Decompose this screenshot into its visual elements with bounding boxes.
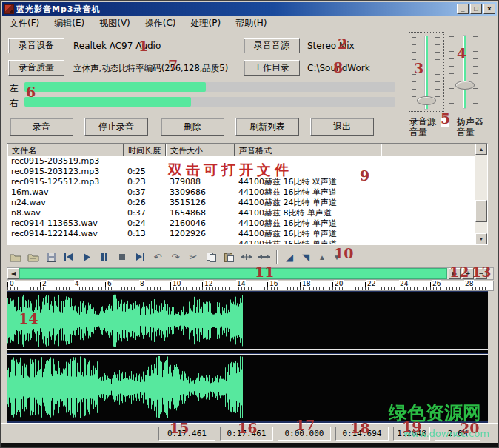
bottom-edge [1, 443, 499, 448]
meter-left [24, 82, 395, 92]
menu-operate[interactable]: 操作(C) [138, 16, 184, 31]
annotation-4: 4 [457, 45, 466, 61]
record-quality-value: 立体声,动态比特率编码(256,128,品质5) [73, 63, 228, 74]
record-button[interactable]: 录音 [10, 118, 73, 136]
fade-out-icon[interactable]: ◥ [298, 250, 313, 264]
annotation-2: 2 [338, 36, 347, 52]
annotation-3: 3 [414, 60, 423, 76]
slider-ticks [473, 36, 478, 107]
record-volume-thumb[interactable] [417, 96, 436, 105]
time-ruler: 0 2 4 6 8 10 12 14 16 18 20 22 24 26 28 [7, 281, 494, 291]
annotation-1: 1 [138, 38, 148, 54]
volume-up-icon[interactable]: ▲ [315, 250, 329, 264]
menu-bar: 文件(F) 编辑(E) 视图(V) 操作(C) 处理(P) 帮助(H) [2, 16, 497, 31]
file-row[interactable]: rec0914-122144.wav0:13 120292644100赫兹 16… [7, 229, 487, 239]
edit-toolbar: ↶ ↷ ✂ ◢ ◥ ▲ ▼ [1, 248, 499, 267]
annotation-10: 10 [334, 245, 353, 261]
speaker-volume-thumb[interactable] [455, 81, 475, 90]
open-file-icon[interactable] [8, 250, 23, 264]
menu-help[interactable]: 帮助(H) [228, 16, 274, 31]
column-header-format[interactable]: 声音格式 [235, 144, 381, 156]
record-device-button[interactable]: 录音设备 [8, 38, 64, 53]
open-folder-icon[interactable] [26, 250, 41, 264]
speaker-volume-slider[interactable] [448, 32, 480, 112]
undo-icon[interactable]: ↶ [150, 250, 165, 264]
annotation-12: 12 [449, 264, 469, 280]
column-header-length[interactable]: 时间长度 [124, 144, 166, 156]
play-icon[interactable] [79, 250, 94, 264]
zoom-in-h-icon[interactable] [239, 250, 254, 264]
file-row[interactable]: 16m.wav0:37 330968644100赫兹 16比特 单声道 [7, 187, 487, 198]
maximize-button[interactable]: □ [470, 4, 482, 14]
annotation-7: 7 [168, 57, 178, 73]
waveform-left-channel[interactable] [7, 292, 488, 349]
stop-icon[interactable] [115, 250, 130, 264]
annotation-6: 6 [26, 84, 36, 100]
zoom-out-h-icon[interactable] [257, 250, 272, 264]
save-icon[interactable] [44, 250, 58, 264]
file-list-scrollbar[interactable]: ▲ ▼ [475, 144, 487, 244]
meter-left-fill [24, 82, 206, 92]
column-header-size[interactable]: 文件大小 [166, 144, 235, 156]
slider-ticks [435, 37, 440, 108]
annotation-18: 18 [350, 420, 369, 436]
meter-right-fill [24, 97, 191, 107]
menu-edit[interactable]: 编辑(E) [47, 16, 92, 31]
exit-button[interactable]: 退出 [310, 118, 374, 136]
file-list-header: 文件名 时间长度 文件大小 声音格式 [7, 144, 487, 156]
file-list-scroll-thumb[interactable] [475, 200, 487, 222]
title-bar: 蓝光影音Mp3录音机 _ □ × [2, 2, 497, 16]
annotation-13: 13 [472, 264, 491, 280]
toolbar-separator [276, 250, 278, 264]
redo-icon[interactable]: ↷ [168, 250, 183, 264]
refresh-list-button[interactable]: 刷新列表 [235, 118, 299, 136]
file-list: 文件名 时间长度 文件大小 声音格式 rec0915-203519.mp3 re… [7, 143, 488, 245]
watermark-site-url: www.downcc.com [403, 428, 489, 439]
file-row[interactable]: rec0914-113653.wav0:24 216004644100赫兹 16… [7, 218, 487, 229]
channel-divider [7, 349, 488, 355]
paste-icon[interactable] [221, 250, 236, 264]
file-row[interactable]: n8.wav0:37 165486844100赫兹 8比特 单声道 [7, 208, 487, 218]
cut-icon[interactable]: ✂ [186, 250, 201, 264]
close-button[interactable]: × [483, 4, 495, 14]
column-header-extra[interactable] [381, 144, 475, 156]
app-window: 蓝光影音Mp3录音机 _ □ × 文件(F) 编辑(E) 视图(V) 操作(C)… [0, 0, 499, 448]
meter-left-label: 左 [10, 82, 19, 95]
position-scrollbar[interactable]: ◀ ▶ + − [7, 267, 494, 280]
position-scroll-thumb[interactable] [19, 268, 447, 279]
annotation-17: 17 [295, 417, 315, 433]
meter-right-label: 右 [10, 97, 19, 110]
annotation-8: 8 [333, 59, 343, 76]
slider-ticks [449, 36, 454, 107]
menu-file[interactable]: 文件(F) [2, 16, 47, 31]
pause-icon[interactable] [97, 250, 112, 264]
annotation-9: 9 [360, 167, 369, 184]
window-title: 蓝光影音Mp3录音机 [16, 4, 455, 15]
workdir-button[interactable]: 工作目录 [244, 60, 300, 76]
skip-end-icon[interactable] [133, 250, 147, 264]
menu-process[interactable]: 处理(P) [184, 16, 229, 31]
menu-view[interactable]: 视图(V) [92, 16, 138, 31]
record-volume-label: 录音源音量 [409, 116, 436, 137]
watermark-site-name: 绿色资源网 [389, 401, 481, 425]
file-row-partial[interactable]: 44100赫兹 16比特 单声道 [7, 239, 487, 245]
fade-in-icon[interactable]: ◢ [282, 250, 297, 264]
column-header-filename[interactable]: 文件名 [7, 144, 124, 156]
scroll-left-icon[interactable]: ◀ [7, 268, 19, 279]
minimize-button[interactable]: _ [457, 4, 469, 14]
stop-record-button[interactable]: 停止录音 [84, 118, 148, 136]
scroll-up-icon[interactable]: ▲ [475, 144, 487, 155]
skip-start-icon[interactable] [61, 250, 76, 264]
speaker-volume-label: 扬声器音量 [457, 116, 483, 137]
annotation-16: 16 [238, 420, 257, 436]
annotation-11: 11 [255, 264, 274, 280]
annotation-14: 14 [19, 310, 38, 327]
delete-button[interactable]: 删除 [161, 118, 224, 136]
record-source-button[interactable]: 录音音源 [244, 38, 300, 53]
app-icon [4, 4, 14, 14]
record-quality-button[interactable]: 录音质量 [8, 60, 64, 76]
scroll-down-icon[interactable]: ▼ [475, 233, 487, 244]
copy-icon[interactable] [204, 250, 218, 264]
annotation-hint: 双击可打开文件 [168, 161, 292, 180]
file-row[interactable]: n24.wav0:26 351512644100赫兹 24比特 单声道 [7, 198, 487, 208]
